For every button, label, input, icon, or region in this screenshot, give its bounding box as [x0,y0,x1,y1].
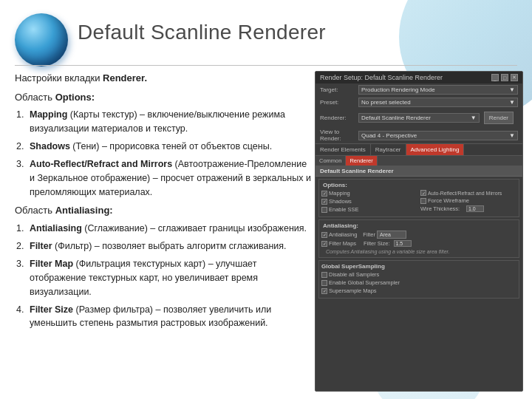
options-label: Options: [321,182,516,188]
supersample-row: ✓ Supersample Maps [321,287,516,294]
wire-thickness-input[interactable]: 1.0 [466,205,484,212]
section-title: Default Scanline Renderer [316,166,522,177]
sse-check-row: Enable SSE [321,206,417,213]
list-text: Auto-Reflect/Refract and Mirrors (Автоот… [30,157,314,199]
list-num: 2. [16,140,30,154]
antialiasing-area: Antialiasing: ✓ Antialiasing Filter Area… [318,219,519,258]
tab-renderer[interactable]: Renderer [346,156,377,166]
mapping-label: Mapping [329,190,350,197]
inner-tabs: Common Renderer [316,156,522,166]
options-area: Options: ✓ Mapping ✓ Shadows Enable SSE [318,179,519,217]
aa3-bold: Filter Map [30,259,73,269]
target-value: Production Rendering Mode [361,86,435,93]
list-num: 4. [16,303,30,331]
antialiasing-check-label: Antialiasing [329,231,357,238]
disable-samplers-checkbox[interactable] [321,272,327,278]
render-button[interactable]: Render [484,112,514,124]
section1-heading: Область Options: [15,90,314,105]
antialiasing-check-row: ✓ Antialiasing Filter Area [321,231,516,239]
dropdown-arrow: ▼ [509,86,515,93]
tab-advanced-lighting[interactable]: Advanced Lighting [406,144,465,155]
sse-label: Enable SSE [329,206,358,213]
list-num: 3. [16,157,30,199]
view-dropdown[interactable]: Quad 4 - Perspective ▼ [358,131,518,140]
item1-rest: (Карты текстур) – включение/выключение р… [30,109,285,134]
filter-dropdown[interactable]: Area [377,231,406,239]
shadows-check-row: ✓ Shadows [321,198,417,205]
aa-note: Computes Antialiasing using a variable s… [321,248,516,255]
intro-text: Настройки вкладки [15,72,103,83]
list-item: 3. Auto-Reflect/Refract and Mirrors (Авт… [15,157,314,199]
wireframe-check-row: Force Wireframe [420,197,516,204]
close-btn[interactable]: ✕ [511,74,518,81]
preset-row: Preset: No preset selected ▼ [316,96,522,109]
wire-thickness-label: Wire Thickness: [420,205,465,212]
antialiasing-checkbox[interactable]: ✓ [321,232,327,238]
list-text: Filter (Фильтр) – позволяет выбрать алго… [30,239,287,253]
filter-size-input[interactable]: 1.5 [394,240,412,247]
renderer-value: Default Scanline Renderer [361,115,431,121]
target-dropdown[interactable]: Production Rendering Mode ▼ [358,85,518,95]
list-text: Shadows (Тени) – прорисовка теней от объ… [30,140,272,154]
shadows-checkbox[interactable]: ✓ [321,199,327,205]
auto-checkbox[interactable]: ✓ [420,190,426,196]
mapping-check-row: ✓ Mapping [321,190,417,197]
list-text: Filter Map (Фильтрация текстурных карт) … [30,257,314,299]
wireframe-checkbox[interactable] [420,198,426,204]
view-row: View to Render: Quad 4 - Perspective ▼ [316,127,522,143]
render-settings-panel: Render Setup: Default Scanline Renderer … [315,71,523,392]
maximize-btn[interactable]: □ [501,74,508,81]
wire-thickness-row: Wire Thickness: 1.0 [420,205,516,212]
tab-raytracer[interactable]: Raytracer [371,144,406,155]
window-controls: _ □ ✕ [491,74,518,81]
title-divider [15,65,517,66]
section1-bold: Options: [55,92,95,103]
outer-tabs: Render Elements Raytracer Advanced Light… [316,143,522,156]
preset-label: Preset: [320,99,358,106]
page-title: Default Scanline Renderer [78,21,326,44]
list-num: 2. [16,239,30,253]
section1-list: 1. Mapping (Карты текстур) – включение/в… [15,108,314,199]
section2-heading: Область Antialiasing: [15,203,314,218]
list-item: 1. Mapping (Карты текстур) – включение/в… [15,108,314,136]
target-row: Target: Production Rendering Mode ▼ [316,83,522,96]
supersample-label: Supersample Maps [329,287,377,294]
list-num: 1. [16,108,30,136]
list-text: Antialiasing (Сглаживание) – сглаживает … [30,222,307,236]
section2-list: 1. Antialiasing (Сглаживание) – сглажива… [15,222,314,331]
tab-common[interactable]: Common [316,156,346,166]
view-label: View to Render: [320,129,358,142]
preset-dropdown[interactable]: No preset selected ▼ [358,98,518,107]
intro-bold: Renderer. [103,72,147,83]
section1-label: Область [15,92,55,103]
renderer-dropdown[interactable]: Default Scanline Renderer ▼ [358,113,480,123]
sse-checkbox[interactable] [321,207,327,213]
decorative-sphere [15,13,68,66]
options-columns: ✓ Mapping ✓ Shadows Enable SSE ✓ Auto-Re… [321,190,516,214]
supersample-checkbox[interactable]: ✓ [321,288,327,294]
list-item: 1. Antialiasing (Сглаживание) – сглажива… [15,222,314,236]
renderer-label: Renderer: [320,115,358,121]
disable-samplers-label: Disable all Samplers [329,271,379,278]
dropdown-arrow: ▼ [509,132,515,139]
section2-bold: Antialiasing: [55,205,113,216]
filtermaps-check-row: ✓ Filter Maps Filter Size: 1.5 [321,240,516,247]
preset-value: No preset selected [361,99,411,106]
list-item: 2. Shadows (Тени) – прорисовка теней от … [15,140,314,154]
shadows-label: Shadows [329,198,352,205]
minimize-btn[interactable]: _ [491,74,499,81]
dropdown-arrow: ▼ [509,99,515,106]
global-supersampling-area: Global SuperSampling Disable all Sampler… [318,260,519,299]
mapping-checkbox[interactable]: ✓ [321,191,327,197]
item1-bold: Mapping [30,109,67,120]
filter-label: Filter [363,231,375,238]
enable-global-checkbox[interactable] [321,280,327,286]
aa4-bold: Filter Size [30,304,73,315]
list-item: 4. Filter Size (Размер фильтра) – позвол… [15,303,314,331]
filtermaps-checkbox[interactable]: ✓ [321,241,327,247]
global-label: Global SuperSampling [321,263,516,270]
tab-render-elements[interactable]: Render Elements [316,144,371,155]
item2-rest: (Тени) – прорисовка теней от объектов сц… [70,141,272,151]
filter-size-label: Filter Size: [364,240,389,247]
enable-global-label: Enable Global Supersampler [329,279,400,286]
